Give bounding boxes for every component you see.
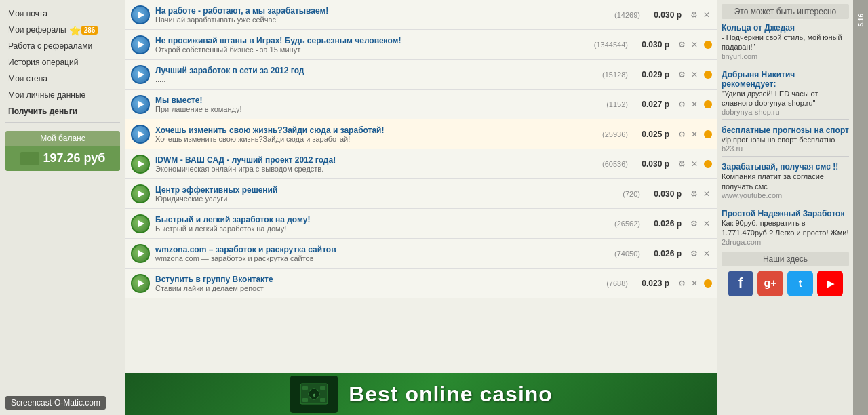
sidebar-item-my-referrals[interactable]: Мои рефералы ⭐ 286	[0, 22, 125, 38]
facebook-icon[interactable]: f	[728, 271, 753, 296]
task-count: (14269)	[614, 11, 640, 19]
ad-block: Добрыня Никитич рекомендует: "Удиви друз…	[722, 70, 849, 121]
task-gear-icon[interactable]: ⚙	[676, 129, 687, 140]
task-gear-icon[interactable]: ⚙	[676, 99, 687, 110]
ad-divider	[722, 156, 849, 157]
task-close-icon[interactable]: ✕	[689, 39, 700, 50]
task-dot-indicator	[704, 279, 712, 288]
casino-image-icon: ♠	[297, 380, 331, 408]
task-desc: .....	[155, 75, 597, 83]
task-play-button[interactable]	[131, 95, 150, 114]
googleplus-icon[interactable]: g+	[757, 271, 783, 296]
bottom-banner[interactable]: ♠ Best online casino	[125, 373, 717, 415]
task-count: (1152)	[606, 100, 628, 108]
task-title: Центр эффективных решений	[155, 185, 617, 195]
task-gear-icon[interactable]: ⚙	[676, 39, 687, 50]
task-play-button[interactable]	[131, 274, 150, 293]
task-title: Хочешь изменить свою жизнь?Зайди сюда и …	[155, 125, 597, 135]
task-row: Вступить в группу Вконтакте Ставим лайки…	[125, 269, 717, 298]
task-title: Вступить в группу Вконтакте	[155, 275, 601, 284]
task-close-icon[interactable]: ✕	[701, 248, 712, 259]
task-desc: Открой собственный бизнес - за 15 минут	[155, 45, 589, 54]
play-triangle-icon	[138, 191, 144, 197]
right-sidebar: Это может быть интересно Кольца от Джеда…	[717, 0, 853, 415]
play-triangle-icon	[138, 131, 144, 138]
svg-rect-7	[320, 398, 326, 402]
task-gear-icon[interactable]: ⚙	[688, 218, 699, 229]
task-close-icon[interactable]: ✕	[701, 189, 712, 199]
task-row: Лучший заработок в сети за 2012 год ....…	[125, 60, 717, 90]
task-desc: Приглашение в команду!	[155, 105, 601, 113]
task-desc: Экономическая онлайн игра с выводом сред…	[155, 165, 597, 173]
play-triangle-icon	[138, 280, 144, 287]
ad-title[interactable]: Добрыня Никитич рекомендует:	[722, 70, 849, 89]
play-triangle-icon	[138, 12, 144, 18]
task-actions: ⚙ ✕	[676, 129, 700, 140]
task-info: Хочешь изменить свою жизнь?Зайди сюда и …	[155, 125, 597, 143]
task-desc: Начинай зарабатывать уже сейчас!	[155, 16, 609, 24]
svg-rect-6	[302, 398, 308, 402]
task-play-button[interactable]	[131, 35, 150, 54]
task-close-icon[interactable]: ✕	[689, 159, 700, 170]
sidebar-item-work-referrals[interactable]: Работа с рефералами	[0, 38, 125, 54]
task-gear-icon[interactable]: ⚙	[688, 189, 699, 199]
task-desc: Юридические услуги	[155, 195, 617, 203]
ad-title[interactable]: Зарабатывай, получая смс !!	[722, 162, 849, 172]
task-title: Мы вместе!	[155, 96, 601, 105]
youtube-icon[interactable]: ▶	[817, 271, 843, 296]
task-play-button[interactable]	[131, 155, 150, 174]
task-price: 0.030 р	[632, 159, 669, 169]
ad-title[interactable]: бесплатные прогнозы на спорт	[722, 125, 849, 135]
task-price: 0.030 р	[644, 189, 682, 199]
ad-block: Зарабатывай, получая смс !! Компания пла…	[722, 162, 849, 203]
task-row: Хочешь изменить свою жизнь?Зайди сюда и …	[125, 119, 717, 149]
task-info: wmzona.com – заработок и раскрутка сайто…	[155, 245, 609, 262]
task-close-icon[interactable]: ✕	[689, 69, 700, 80]
task-row: Центр эффективных решений Юридические ус…	[125, 179, 717, 209]
task-close-icon[interactable]: ✕	[701, 9, 712, 20]
task-title: Быстрый и легкий заработок на дому!	[155, 215, 609, 224]
task-desc: Хочешь изменить свою жизнь?Зайди сюда и …	[155, 135, 597, 143]
task-play-button[interactable]	[131, 214, 150, 233]
task-gear-icon[interactable]: ⚙	[676, 69, 687, 80]
task-meta: (1344544) 0.030 р ⚙ ✕	[594, 39, 712, 50]
balance-amount: 197.26 руб	[43, 151, 106, 165]
ad-text: Компания платит за согласие получать смс	[722, 172, 849, 191]
task-title: wmzona.com – заработок и раскрутка сайто…	[155, 245, 609, 254]
task-play-button[interactable]	[131, 5, 150, 24]
balance-label[interactable]: Мой баланс	[5, 131, 120, 146]
task-title: IDWM - ВАШ САД - лучший проект 2012 года…	[155, 155, 597, 165]
ad-divider	[722, 64, 849, 64]
sidebar-item-get-money[interactable]: Получить деньги	[0, 103, 125, 119]
task-gear-icon[interactable]: ⚙	[688, 248, 699, 259]
task-price: 0.026 р	[644, 219, 682, 229]
task-actions: ⚙ ✕	[676, 159, 700, 170]
task-count: (720)	[623, 190, 640, 198]
task-gear-icon[interactable]: ⚙	[676, 278, 687, 289]
twitter-icon[interactable]: t	[787, 271, 813, 296]
task-play-button[interactable]	[131, 125, 150, 144]
task-play-button[interactable]	[131, 65, 150, 84]
task-close-icon[interactable]: ✕	[689, 278, 700, 289]
task-close-icon[interactable]: ✕	[701, 218, 712, 229]
task-info: Вступить в группу Вконтакте Ставим лайки…	[155, 275, 601, 292]
ad-title[interactable]: Кольца от Джедая	[722, 23, 849, 33]
sidebar-item-my-data[interactable]: Мои личные данные	[0, 87, 125, 103]
task-close-icon[interactable]: ✕	[689, 129, 700, 140]
play-triangle-icon	[138, 71, 144, 78]
sidebar-item-my-wall[interactable]: Моя стена	[0, 71, 125, 87]
task-gear-icon[interactable]: ⚙	[688, 9, 699, 20]
sidebar-item-my-mail[interactable]: Моя почта	[0, 5, 125, 22]
sidebar-item-history[interactable]: История операций	[0, 54, 125, 71]
task-play-button[interactable]	[131, 244, 150, 263]
referrals-badge: 286	[81, 26, 98, 35]
task-row: IDWM - ВАШ САД - лучший проект 2012 года…	[125, 149, 717, 179]
ad-url: b23.ru	[722, 144, 849, 153]
task-count: (74050)	[614, 250, 640, 258]
wallet-icon	[20, 152, 39, 165]
task-play-button[interactable]	[131, 184, 150, 203]
task-gear-icon[interactable]: ⚙	[676, 159, 687, 170]
task-count: (25936)	[602, 130, 628, 138]
task-close-icon[interactable]: ✕	[689, 99, 700, 110]
ad-title[interactable]: Простой Надежный Заработок	[722, 209, 849, 218]
